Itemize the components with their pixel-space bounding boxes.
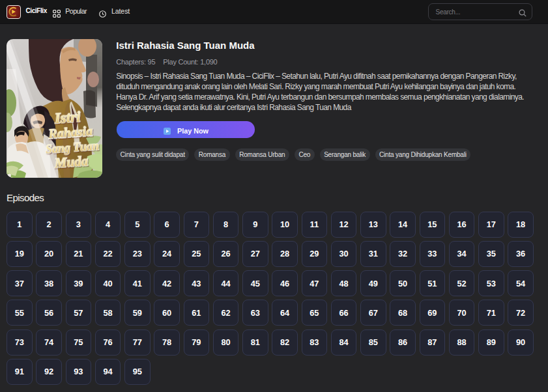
svg-text:Istri: Istri bbox=[53, 109, 81, 127]
svg-text:Muda: Muda bbox=[53, 153, 89, 171]
